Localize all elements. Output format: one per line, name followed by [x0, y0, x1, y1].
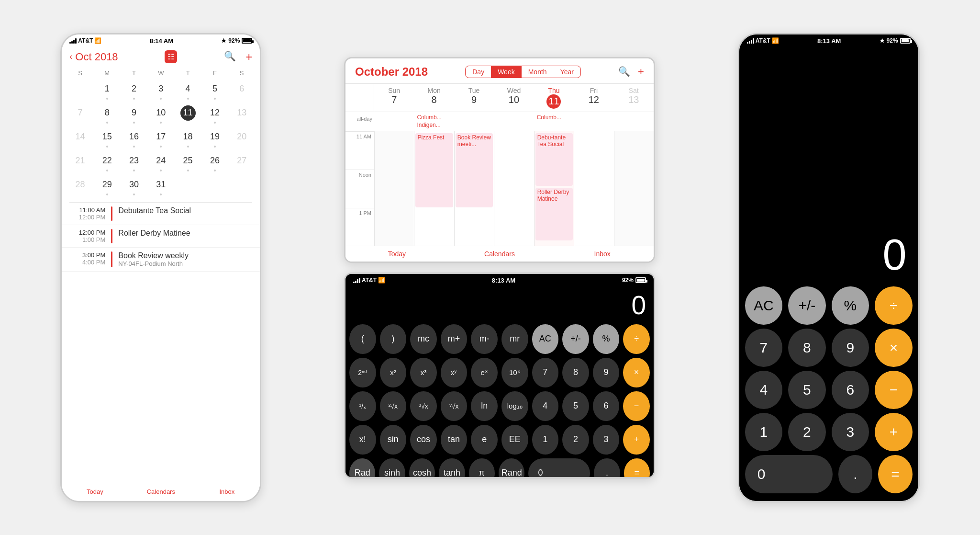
cal-day[interactable]: 30	[121, 174, 147, 198]
event-item-1[interactable]: 11:00 AM 12:00 PM Debutante Tea Social	[62, 203, 260, 225]
btn-cos[interactable]: cos	[410, 425, 437, 455]
btn-rad[interactable]: Rad	[349, 458, 375, 478]
btn-mr[interactable]: mr	[501, 324, 528, 354]
cal-day[interactable]: 3	[147, 79, 174, 102]
cal-day[interactable]: 28	[67, 174, 93, 198]
event-book-review[interactable]: Book Review meeti...	[456, 133, 493, 207]
event-item-3[interactable]: 3:00 PM 4:00 PM Book Review weekly NY-04…	[62, 248, 260, 272]
tab-calendars[interactable]: Calendars	[128, 488, 194, 495]
cal-day[interactable]: 18	[174, 126, 201, 150]
btn-plusminus[interactable]: +/-	[562, 324, 589, 354]
btn-2nd[interactable]: 2ⁿᵈ	[349, 358, 376, 387]
cal-day[interactable]: 29	[94, 174, 121, 198]
btn-factorial[interactable]: x!	[349, 425, 376, 455]
cal-day[interactable]: 20	[228, 126, 255, 150]
btn-ac[interactable]: AC	[532, 324, 559, 354]
cal-day[interactable]: 12	[201, 102, 228, 126]
btn-mc[interactable]: mc	[410, 324, 437, 354]
btn-phone-5[interactable]: 5	[788, 371, 826, 409]
cal-day[interactable]: 21	[67, 150, 93, 174]
cal-day[interactable]: 19	[201, 126, 228, 150]
cal-day[interactable]: 9	[121, 102, 147, 126]
btn-decimal[interactable]: .	[594, 458, 620, 478]
btn-multiply[interactable]: ×	[623, 358, 650, 387]
btn-3[interactable]: 3	[593, 425, 620, 455]
cal-day[interactable]: 31	[147, 174, 174, 198]
btn-cosh[interactable]: cosh	[409, 458, 435, 478]
btn-9[interactable]: 9	[593, 358, 620, 387]
cal-day[interactable]: 24	[147, 150, 174, 174]
cal-day[interactable]: 2	[121, 79, 147, 102]
cal-day[interactable]	[201, 174, 228, 198]
btn-10x[interactable]: 10ˣ	[501, 358, 528, 387]
all-day-mon[interactable]: Columb... Indigen...	[414, 112, 454, 131]
all-day-event-2[interactable]: Indigen...	[415, 121, 453, 129]
cal-day[interactable]: 13	[228, 102, 255, 126]
search-icon[interactable]: 🔍	[618, 66, 630, 78]
btn-sqrt3[interactable]: ³√x	[410, 391, 437, 421]
cal-day[interactable]: 23	[121, 150, 147, 174]
btn-phone-dot[interactable]: .	[838, 455, 872, 493]
btn-e[interactable]: e	[471, 425, 498, 455]
btn-phone-1[interactable]: 1	[745, 413, 783, 451]
tab-month[interactable]: Month	[522, 66, 554, 78]
tab-week[interactable]: Week	[491, 66, 522, 78]
cal-title[interactable]: ‹ Oct 2018	[69, 51, 118, 63]
btn-phone-0[interactable]: 0	[745, 455, 833, 493]
btn-sqrt2[interactable]: ²√x	[380, 391, 407, 421]
btn-sinh[interactable]: sinh	[379, 458, 405, 478]
cal-day[interactable]	[67, 79, 93, 102]
cal-day[interactable]: 10	[147, 102, 174, 126]
btn-5[interactable]: 5	[562, 391, 589, 421]
cal-day[interactable]: 8	[94, 102, 121, 126]
btn-sqrty[interactable]: ʸ√x	[441, 391, 468, 421]
btn-xcube[interactable]: x³	[410, 358, 437, 387]
tab-inbox[interactable]: Inbox	[194, 488, 260, 495]
btn-divide[interactable]: ÷	[623, 324, 650, 354]
week-col-fri[interactable]: Fri 12	[574, 84, 613, 112]
cal-day[interactable]: 15	[94, 126, 121, 150]
search-icon[interactable]: 🔍	[224, 50, 236, 64]
btn-xy[interactable]: xʸ	[441, 358, 468, 387]
btn-percent[interactable]: %	[593, 324, 620, 354]
week-col-wed[interactable]: Wed 10	[494, 84, 534, 112]
btn-ex[interactable]: eˣ	[471, 358, 498, 387]
tab-today[interactable]: Today	[62, 488, 128, 495]
btn-sin[interactable]: sin	[380, 425, 407, 455]
btn-phone-4[interactable]: 4	[745, 371, 783, 409]
tab-today[interactable]: Today	[345, 250, 448, 258]
btn-tanh[interactable]: tanh	[439, 458, 465, 478]
btn-phone-eq[interactable]: =	[878, 455, 912, 493]
cal-day[interactable]: 27	[228, 150, 255, 174]
week-col-thu[interactable]: Thu 11	[534, 84, 574, 112]
tab-year[interactable]: Year	[554, 66, 580, 78]
cal-day[interactable]: 4	[174, 79, 201, 102]
cal-day[interactable]	[228, 174, 255, 198]
btn-7[interactable]: 7	[532, 358, 559, 387]
btn-phone-div[interactable]: ÷	[875, 286, 913, 325]
cal-day[interactable]: 1	[94, 79, 121, 102]
tab-inbox[interactable]: Inbox	[551, 250, 654, 258]
cal-day[interactable]: 16	[121, 126, 147, 150]
btn-rand[interactable]: Rand	[499, 458, 524, 478]
back-chevron[interactable]: ‹	[69, 52, 72, 62]
event-pizza-fest[interactable]: Pizza Fest	[415, 133, 453, 207]
btn-tan[interactable]: tan	[441, 425, 468, 455]
btn-subtract[interactable]: −	[623, 391, 650, 421]
week-col-sat[interactable]: Sat 13	[614, 84, 654, 112]
cal-day[interactable]: 7	[67, 102, 93, 126]
btn-phone-add[interactable]: +	[875, 413, 913, 451]
all-day-event-1[interactable]: Columb...	[415, 114, 453, 121]
btn-0-wide[interactable]: 0	[528, 458, 590, 478]
cal-day[interactable]: 17	[147, 126, 174, 150]
add-icon[interactable]: +	[245, 50, 252, 64]
week-col-tue[interactable]: Tue 9	[454, 84, 494, 112]
cal-day[interactable]: 22	[94, 150, 121, 174]
btn-log10[interactable]: log₁₀	[501, 391, 528, 421]
btn-mminus[interactable]: m-	[471, 324, 498, 354]
btn-phone-8[interactable]: 8	[788, 329, 826, 367]
cal-day[interactable]: 6	[228, 79, 255, 102]
cal-day[interactable]: 14	[67, 126, 93, 150]
btn-1[interactable]: 1	[532, 425, 559, 455]
btn-2[interactable]: 2	[562, 425, 589, 455]
